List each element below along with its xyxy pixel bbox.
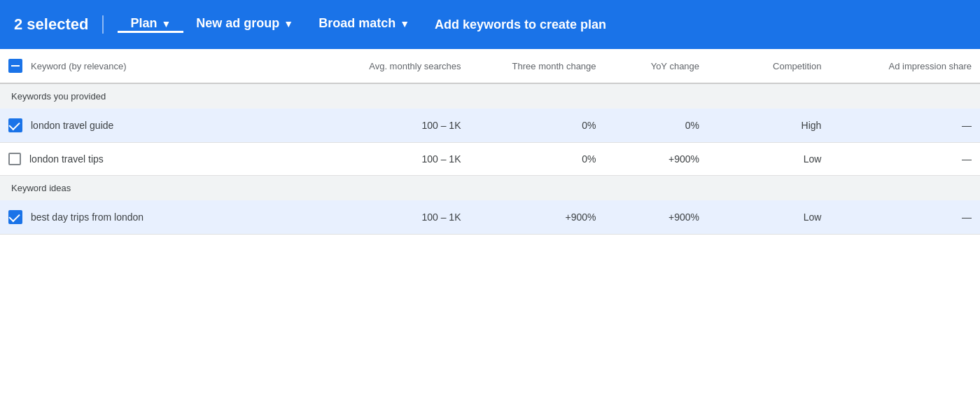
new-ad-group-chevron-icon: ▼ <box>284 18 293 29</box>
section-header-ideas: Keyword ideas <box>0 176 980 201</box>
add-keywords-label: Add keywords to create plan <box>435 18 606 32</box>
keyword-table-container: Keyword (by relevance) Avg. monthly sear… <box>0 49 980 235</box>
competition-cell: Low <box>708 143 830 176</box>
three-month-change-cell: +900% <box>470 200 605 235</box>
row-checkbox[interactable] <box>8 153 21 165</box>
ad-impression-share-header: Ad impression share <box>830 49 980 83</box>
plan-chevron-icon: ▼ <box>161 18 171 29</box>
three-month-change-header: Three month change <box>470 49 605 83</box>
avg-monthly-searches-cell: 100 – 1K <box>319 109 470 143</box>
keyword-column-header: Keyword (by relevance) <box>0 49 319 83</box>
ad-impression-share-cell: — <box>830 109 980 143</box>
table-header-row: Keyword (by relevance) Avg. monthly sear… <box>0 49 980 83</box>
avg-monthly-searches-cell: 100 – 1K <box>319 200 470 235</box>
three-month-change-cell: 0% <box>470 109 605 143</box>
section-header-provided: Keywords you provided <box>0 83 980 109</box>
competition-header: Competition <box>708 49 830 83</box>
add-keywords-button[interactable]: Add keywords to create plan <box>422 18 619 32</box>
row-checkbox[interactable] <box>8 118 22 132</box>
yoy-change-header: YoY change <box>605 49 708 83</box>
broad-match-chevron-icon: ▼ <box>400 18 410 29</box>
table-row[interactable]: london travel tips100 – 1K0%+900%Low— <box>0 143 980 176</box>
broad-match-label: Broad match <box>318 16 396 31</box>
competition-cell: High <box>708 109 830 143</box>
ad-impression-share-cell: — <box>830 200 980 235</box>
keyword-text: london travel guide <box>31 120 113 131</box>
ad-impression-share-cell: — <box>830 143 980 176</box>
keyword-text: london travel tips <box>29 153 104 165</box>
avg-monthly-searches-header: Avg. monthly searches <box>319 49 470 83</box>
new-ad-group-button[interactable]: New ad group ▼ <box>183 16 306 33</box>
competition-cell: Low <box>708 200 830 235</box>
yoy-change-cell: +900% <box>605 200 708 235</box>
row-checkbox[interactable] <box>8 210 22 224</box>
new-ad-group-label: New ad group <box>196 16 279 31</box>
section-label: Keywords you provided <box>0 83 980 109</box>
toolbar: 2 selected Plan ▼ New ad group ▼ Broad m… <box>0 0 980 49</box>
keyword-text: best day trips from london <box>31 212 144 223</box>
selected-count: 2 selected <box>14 15 104 34</box>
plan-label: Plan <box>130 16 157 31</box>
broad-match-button[interactable]: Broad match ▼ <box>306 16 422 33</box>
three-month-change-cell: 0% <box>470 143 605 176</box>
keyword-table: Keyword (by relevance) Avg. monthly sear… <box>0 49 980 235</box>
keyword-header-label: Keyword (by relevance) <box>31 61 127 71</box>
section-label: Keyword ideas <box>0 176 980 201</box>
table-row[interactable]: london travel guide100 – 1K0%0%High— <box>0 109 980 143</box>
avg-monthly-searches-cell: 100 – 1K <box>319 143 470 176</box>
yoy-change-cell: 0% <box>605 109 708 143</box>
table-row[interactable]: best day trips from london100 – 1K+900%+… <box>0 200 980 235</box>
plan-button[interactable]: Plan ▼ <box>118 16 183 33</box>
select-all-checkbox[interactable] <box>8 59 22 73</box>
yoy-change-cell: +900% <box>605 143 708 176</box>
